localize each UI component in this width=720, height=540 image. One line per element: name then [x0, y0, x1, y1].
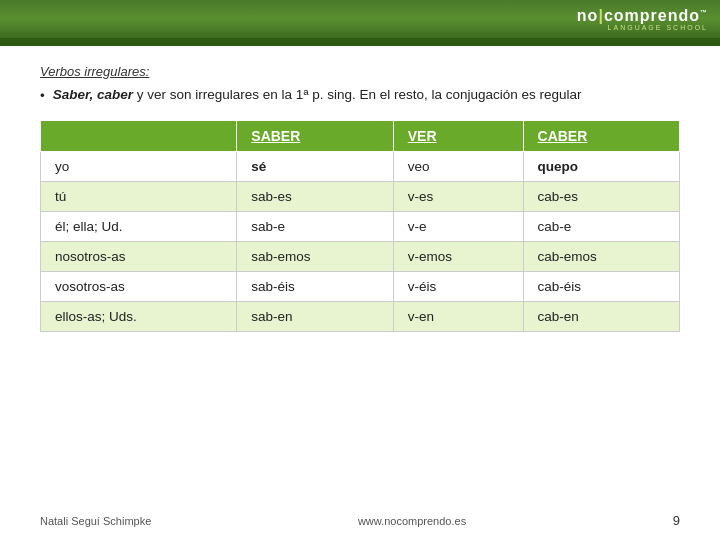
cell-saber: sab-e — [237, 211, 393, 241]
table-row: él; ella; Ud.sab-ev-ecab-e — [41, 211, 680, 241]
table-row: vosotros-assab-éisv-éiscab-éis — [41, 271, 680, 301]
header-saber: SABER — [237, 120, 393, 151]
cell-pronoun: nosotros-as — [41, 241, 237, 271]
cell-saber: sé — [237, 151, 393, 181]
table-row: yoséveoquepo — [41, 151, 680, 181]
section-title: Verbos irregulares: — [40, 64, 680, 79]
header-pronoun — [41, 120, 237, 151]
cell-caber: cab-es — [523, 181, 679, 211]
cell-pronoun: vosotros-as — [41, 271, 237, 301]
intro-rest: y ver son irregulares en la 1ª p. sing. … — [133, 87, 582, 102]
cell-pronoun: él; ella; Ud. — [41, 211, 237, 241]
cell-caber: cab-en — [523, 301, 679, 331]
logo-text: no|comprendo™ — [577, 7, 708, 25]
cell-pronoun: ellos-as; Uds. — [41, 301, 237, 331]
footer-author: Natali Seguí Schimpke — [40, 515, 151, 527]
footer: Natali Seguí Schimpke www.nocomprendo.es… — [0, 513, 720, 528]
header-ver: VER — [393, 120, 523, 151]
accent-bar — [0, 38, 720, 46]
cell-ver: v-en — [393, 301, 523, 331]
table-row: nosotros-assab-emosv-emoscab-emos — [41, 241, 680, 271]
cell-saber: sab-es — [237, 181, 393, 211]
verb-table: SABER VER CABER yoséveoquepotúsab-esv-es… — [40, 120, 680, 332]
cell-ver: veo — [393, 151, 523, 181]
header: no|comprendo™ LANGUAGE SCHOOL — [0, 0, 720, 38]
main-content: Verbos irregulares: • Saber, caber y ver… — [0, 46, 720, 342]
cell-saber: sab-emos — [237, 241, 393, 271]
cell-ver: v-éis — [393, 271, 523, 301]
logo: no|comprendo™ LANGUAGE SCHOOL — [577, 7, 708, 32]
italic-words: Saber, caber — [53, 87, 133, 102]
cell-pronoun: tú — [41, 181, 237, 211]
cell-ver: v-e — [393, 211, 523, 241]
logo-subtitle: LANGUAGE SCHOOL — [608, 24, 708, 31]
intro-bullet: • Saber, caber y ver son irregulares en … — [40, 85, 680, 106]
logo-no: no — [577, 7, 599, 24]
cell-caber: cab-éis — [523, 271, 679, 301]
cell-caber: cab-emos — [523, 241, 679, 271]
intro-text: Saber, caber y ver son irregulares en la… — [53, 85, 582, 105]
cell-ver: v-es — [393, 181, 523, 211]
table-header-row: SABER VER CABER — [41, 120, 680, 151]
table-row: ellos-as; Uds.sab-env-encab-en — [41, 301, 680, 331]
cell-caber: quepo — [523, 151, 679, 181]
table-row: túsab-esv-escab-es — [41, 181, 680, 211]
logo-comprendo: comprendo — [604, 7, 700, 24]
footer-website: www.nocomprendo.es — [358, 515, 466, 527]
footer-page: 9 — [673, 513, 680, 528]
cell-saber: sab-éis — [237, 271, 393, 301]
bullet-dot: • — [40, 86, 45, 106]
logo-tm: ™ — [700, 8, 708, 15]
cell-ver: v-emos — [393, 241, 523, 271]
cell-saber: sab-en — [237, 301, 393, 331]
header-caber: CABER — [523, 120, 679, 151]
cell-pronoun: yo — [41, 151, 237, 181]
cell-caber: cab-e — [523, 211, 679, 241]
